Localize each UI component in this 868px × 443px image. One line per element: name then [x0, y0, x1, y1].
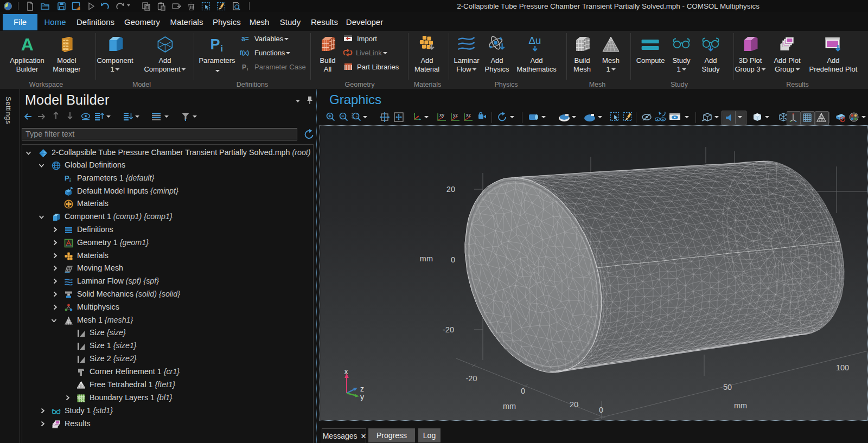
svg-text:P: P [242, 63, 246, 71]
svg-text:xy: xy [439, 112, 445, 118]
svg-text:-20: -20 [443, 325, 454, 334]
svg-text:y: y [360, 393, 364, 401]
svg-text:i: i [247, 66, 248, 71]
svg-text:0: 0 [599, 406, 603, 414]
svg-text:i: i [69, 178, 71, 183]
svg-text:yz: yz [453, 112, 458, 118]
svg-text:50: 50 [723, 383, 732, 391]
svg-text:a=: a= [241, 35, 249, 42]
svg-text:Δu: Δu [528, 35, 541, 46]
svg-text:20: 20 [570, 400, 578, 409]
svg-text:x: x [344, 367, 348, 376]
svg-text:100: 100 [836, 363, 849, 372]
svg-text:f(x): f(x) [240, 49, 249, 56]
svg-text:P: P [210, 36, 220, 53]
svg-text:mm: mm [734, 401, 747, 410]
svg-text:z: z [360, 384, 364, 393]
svg-text:-20: -20 [466, 374, 477, 383]
svg-text:0: 0 [451, 255, 455, 264]
svg-text:xz: xz [466, 112, 471, 118]
svg-text:P: P [65, 174, 69, 182]
svg-text:i: i [220, 44, 222, 53]
svg-text:mm: mm [503, 402, 516, 410]
svg-text:A: A [21, 35, 33, 54]
svg-text:mm: mm [420, 254, 433, 263]
svg-text:20: 20 [446, 185, 455, 194]
svg-text:0: 0 [521, 387, 525, 395]
